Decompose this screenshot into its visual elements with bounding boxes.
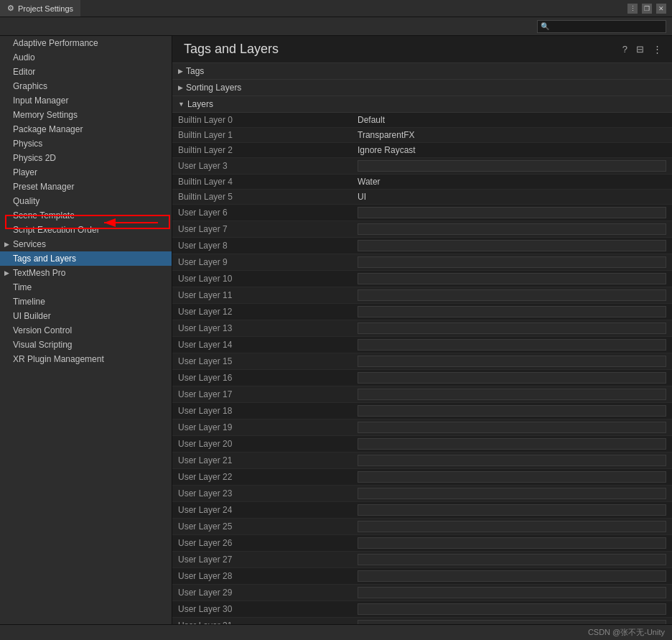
sidebar-item-version-control[interactable]: Version Control (0, 323, 172, 338)
section-row-sorting-layers[interactable]: ▶Sorting Layers (172, 80, 672, 96)
layer-value-cell[interactable] (352, 419, 672, 436)
table-row: User Layer 15 (172, 353, 672, 370)
sidebar-item-memory-settings[interactable]: Memory Settings (0, 108, 172, 122)
sidebar-item-input-manager[interactable]: Input Manager (0, 93, 172, 108)
layer-value-cell[interactable] (352, 502, 672, 519)
sidebar-item-ui-builder[interactable]: UI Builder (0, 309, 172, 323)
layer-value-cell[interactable] (352, 370, 672, 386)
close-btn[interactable]: ✕ (656, 4, 666, 14)
layer-value-input[interactable] (358, 570, 666, 582)
table-row: User Layer 31 (172, 618, 672, 625)
sidebar-item-scene-template[interactable]: Scene Template (0, 208, 172, 223)
sidebar-item-player[interactable]: Player (0, 165, 172, 180)
layer-value-input[interactable] (358, 372, 666, 384)
sidebar-item-tags-and-layers[interactable]: Tags and Layers (0, 251, 172, 266)
layer-value-input[interactable] (358, 207, 666, 218)
help-button[interactable]: ? (621, 42, 629, 56)
layer-value-cell: Water (352, 175, 672, 190)
sidebar-item-visual-scripting[interactable]: Visual Scripting (0, 338, 172, 352)
layer-value-input[interactable] (358, 603, 666, 615)
layer-value-input[interactable] (358, 273, 666, 284)
sidebar-item-timeline[interactable]: Timeline (0, 295, 172, 309)
layer-value-input[interactable] (358, 306, 666, 317)
layer-value-cell[interactable] (352, 320, 672, 337)
more-button[interactable]: ⋮ (651, 42, 663, 56)
layer-value-input[interactable] (358, 160, 666, 172)
sidebar-item-graphics[interactable]: Graphics (0, 79, 172, 93)
layer-value-input[interactable] (358, 289, 666, 301)
layer-value-cell[interactable] (352, 386, 672, 403)
table-row: Builtin Layer 1TransparentFX (172, 128, 672, 143)
layer-value-input[interactable] (358, 620, 666, 624)
layer-value-cell[interactable] (352, 271, 672, 287)
layer-value-cell[interactable] (352, 436, 672, 453)
sidebar-item-label: Preset Manager (13, 182, 74, 192)
sidebar-item-quality[interactable]: Quality (0, 194, 172, 208)
sidebar-item-textmesh-pro[interactable]: ▶TextMesh Pro (0, 266, 172, 280)
layer-value-cell[interactable] (352, 535, 672, 552)
layer-value-input[interactable] (358, 455, 666, 466)
sidebar-item-script-execution-order[interactable]: Script Execution Order (0, 223, 172, 237)
layer-value-cell[interactable] (352, 221, 672, 238)
sidebar-item-label: Package Manager (13, 124, 83, 134)
layer-value-input[interactable] (358, 587, 666, 598)
layer-value-cell[interactable] (352, 287, 672, 304)
sidebar-item-package-manager[interactable]: Package Manager (0, 122, 172, 136)
layer-value-input[interactable] (358, 323, 666, 334)
sidebar-item-xr-plugin-management[interactable]: XR Plugin Management (0, 352, 172, 366)
layer-value-cell[interactable] (352, 552, 672, 568)
layer-value-cell[interactable] (352, 585, 672, 601)
layer-value-input[interactable] (358, 356, 666, 367)
more-options-btn[interactable]: ⋮ (627, 4, 638, 14)
layer-value-input[interactable] (358, 488, 666, 499)
layer-value-cell[interactable] (352, 238, 672, 254)
sidebar-item-label: Tags and Layers (13, 254, 76, 264)
search-input[interactable] (551, 22, 663, 31)
layout-button[interactable]: ⊟ (635, 42, 645, 56)
layer-value-cell[interactable] (352, 304, 672, 320)
layer-value-cell[interactable] (352, 353, 672, 370)
title-tab[interactable]: ⚙ Project Settings (0, 0, 80, 17)
layer-value-input[interactable] (358, 554, 666, 565)
layer-value-cell[interactable] (352, 403, 672, 419)
layer-value-input[interactable] (358, 223, 666, 235)
layer-value-cell[interactable] (352, 568, 672, 585)
sidebar-item-editor[interactable]: Editor (0, 65, 172, 79)
sidebar-item-physics-2d[interactable]: Physics 2D (0, 151, 172, 165)
section-row-tags[interactable]: ▶Tags (172, 63, 672, 80)
sidebar-item-preset-manager[interactable]: Preset Manager (0, 180, 172, 194)
restore-btn[interactable]: ❐ (642, 4, 652, 14)
layer-value-cell[interactable] (352, 618, 672, 625)
layer-value-input[interactable] (358, 339, 666, 351)
layer-value-input[interactable] (358, 240, 666, 251)
layer-value-cell: TransparentFX (352, 128, 672, 143)
layer-value-cell[interactable] (352, 486, 672, 502)
layer-value-cell[interactable] (352, 469, 672, 486)
sidebar-item-physics[interactable]: Physics (0, 136, 172, 151)
layer-value-input[interactable] (358, 405, 666, 417)
layer-value-text: UI (358, 192, 366, 202)
layer-value-input[interactable] (358, 422, 666, 433)
layer-value-input[interactable] (358, 389, 666, 400)
table-row: User Layer 21 (172, 453, 672, 469)
layer-name-cell: Builtin Layer 2 (172, 143, 352, 158)
sidebar-item-audio[interactable]: Audio (0, 50, 172, 65)
layer-value-cell[interactable] (352, 519, 672, 535)
sidebar-item-time[interactable]: Time (0, 280, 172, 295)
layer-value-cell[interactable] (352, 158, 672, 175)
layer-value-cell[interactable] (352, 601, 672, 618)
layer-value-input[interactable] (358, 521, 666, 532)
layer-value-cell[interactable] (352, 205, 672, 221)
layer-value-cell[interactable] (352, 453, 672, 469)
section-row-layers[interactable]: ▼Layers (172, 96, 672, 113)
layer-value-cell[interactable] (352, 254, 672, 271)
layer-value-input[interactable] (358, 504, 666, 516)
layer-name-cell: User Layer 28 (172, 568, 352, 585)
layer-value-input[interactable] (358, 438, 666, 450)
layer-value-input[interactable] (358, 471, 666, 483)
layer-value-input[interactable] (358, 537, 666, 549)
sidebar-item-services[interactable]: ▶Services (0, 237, 172, 251)
sidebar-item-adaptive-performance[interactable]: Adaptive Performance (0, 36, 172, 50)
layer-value-input[interactable] (358, 256, 666, 268)
layer-value-cell[interactable] (352, 337, 672, 353)
